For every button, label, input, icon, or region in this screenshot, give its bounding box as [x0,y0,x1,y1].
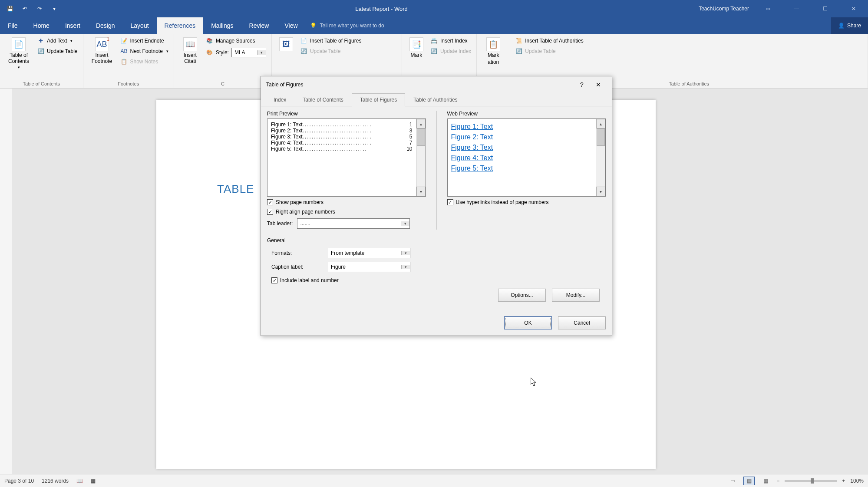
update-toc-button[interactable]: 🔄Update Table [36,47,79,56]
tab-design[interactable]: Design [88,17,123,34]
print-layout-icon[interactable]: ▤ [743,477,755,485]
update-index-button[interactable]: 🔄Update Index [429,47,473,56]
toc-icon: 📄 [12,37,26,51]
dialog-tab-tof[interactable]: Table of Figures [352,93,405,106]
group-citations: 📖 InsertCitati 📚Manage Sources 🎨 Style: … [174,34,272,88]
web-layout-icon[interactable]: ▦ [760,477,771,485]
document-title: Latest Report - Word [64,6,699,12]
options-button[interactable]: Options... [498,289,546,302]
scroll-down-icon[interactable]: ▾ [596,187,605,196]
maximize-icon[interactable]: ☐ [815,2,835,15]
group-label-citations: C [178,80,268,87]
share-button[interactable]: 👤 Share [831,17,868,34]
general-label: General [267,234,606,244]
scroll-up-icon[interactable]: ▴ [416,119,426,128]
tab-insert[interactable]: Insert [57,17,88,34]
dialog-tab-toa[interactable]: Table of Authorities [405,93,465,106]
word-count[interactable]: 1216 words [42,478,69,484]
minimize-icon[interactable]: — [786,2,806,15]
dialog-tabs: Index Table of Contents Table of Figures… [261,93,612,106]
web-preview-scrollbar[interactable]: ▴ ▾ [596,119,605,196]
tab-leader-row: Tab leader: ....... ▾ [267,217,426,230]
ok-button[interactable]: OK [504,316,552,329]
add-text-button[interactable]: ✚Add Text▾ [36,36,79,45]
zoom-slider[interactable] [785,480,837,482]
insert-endnote-button[interactable]: 📝Insert Endnote [119,36,170,45]
show-notes-button[interactable]: 📋Show Notes [119,57,170,66]
page-indicator[interactable]: Page 3 of 10 [4,478,34,484]
scroll-up-icon[interactable]: ▴ [596,119,605,128]
divider [436,111,437,230]
tab-review[interactable]: Review [241,17,277,34]
title-bar: 💾 ↶ ↷ ▾ Latest Report - Word TeachUcomp … [0,0,868,17]
tab-leader-select[interactable]: ....... ▾ [297,218,410,229]
group-footnotes: AB1 Insert Footnote 📝Insert Endnote ABNe… [83,34,174,88]
scroll-down-icon[interactable]: ▾ [416,187,426,196]
print-preview-section: Print Preview Figure 1: Text............… [267,111,426,230]
save-icon[interactable]: 💾 [4,3,16,14]
dialog-tab-toc[interactable]: Table of Contents [294,93,351,106]
share-icon: 👤 [838,23,845,29]
tab-layout[interactable]: Layout [123,17,157,34]
formats-select[interactable]: From template ▾ [328,248,410,258]
tab-view[interactable]: View [277,17,305,34]
tell-me-placeholder: Tell me what you want to do [320,23,384,29]
group-toc: 📄 Table of Contents ▾ ✚Add Text▾ 🔄Update… [0,34,83,88]
mark-citation-button[interactable]: 📋 Mark ation [480,36,506,67]
mark-entry-button[interactable]: 📑 Mark [406,36,427,60]
toa-icon: 📜 [515,37,522,44]
chevron-down-icon: ▾ [401,251,410,255]
include-label-checkbox[interactable]: ✓ Include label and number [267,276,606,284]
qat-customize-icon[interactable]: ▾ [49,3,60,14]
insert-caption-button[interactable]: 🖼 [275,36,297,53]
checkbox-checked-icon: ✓ [267,209,273,215]
print-preview-content: Figure 1: Text..........................… [267,119,416,196]
print-preview-box: Figure 1: Text..........................… [267,118,426,197]
caption-label-select[interactable]: Figure ▾ [328,262,410,272]
tab-home[interactable]: Home [26,17,57,34]
update-toa-button[interactable]: 🔄Update Table [514,47,585,56]
tab-references[interactable]: References [157,17,204,34]
style-selector[interactable]: 🎨 Style: MLA▾ [205,47,268,58]
manage-sources-icon: 📚 [206,37,213,44]
dialog-close-icon[interactable]: ✕ [590,78,607,91]
right-align-checkbox[interactable]: ✓ Right align page numbers [267,208,426,216]
footnote-icon: AB1 [95,37,109,51]
modify-button[interactable]: Modify... [552,289,600,302]
insert-tof-button[interactable]: 📄Insert Table of Figures [299,36,363,45]
zoom-in-icon[interactable]: + [842,478,845,484]
ribbon-display-icon[interactable]: ▭ [758,2,778,15]
mark-citation-icon: 📋 [486,37,500,51]
show-page-numbers-checkbox[interactable]: ✓ Show page numbers [267,198,426,206]
vertical-ruler[interactable] [0,89,12,474]
manage-sources-button[interactable]: 📚Manage Sources [205,36,268,45]
insert-index-button[interactable]: 📇Insert Index [429,36,473,45]
dialog-body: Print Preview Figure 1: Text............… [261,106,612,314]
spell-check-icon[interactable]: 📖 [76,478,83,484]
print-preview-scrollbar[interactable]: ▴ ▾ [416,119,426,196]
next-footnote-button[interactable]: ABNext Footnote▾ [119,47,170,56]
redo-icon[interactable]: ↷ [34,3,45,14]
close-icon[interactable]: ✕ [844,2,864,15]
macro-icon[interactable]: ▦ [91,478,96,484]
tell-me-search[interactable]: 💡 Tell me what you want to do [306,17,389,34]
zoom-out-icon[interactable]: − [776,478,779,484]
tab-mailings[interactable]: Mailings [203,17,241,34]
insert-citation-button[interactable]: 📖 InsertCitati [178,36,203,66]
use-hyperlinks-checkbox[interactable]: ✓ Use hyperlinks instead of page numbers [447,198,606,206]
dialog-help-icon[interactable]: ? [574,78,590,91]
update-tof-button[interactable]: 🔄Update Table [299,47,363,56]
read-mode-icon[interactable]: ▭ [727,477,738,485]
dialog-footer: OK Cancel [261,314,612,336]
dialog-title: Table of Figures [266,82,303,88]
zoom-level[interactable]: 100% [850,478,864,484]
dialog-tab-index[interactable]: Index [265,93,294,106]
chevron-down-icon: ▾ [401,265,410,269]
chevron-down-icon: ▾ [257,50,266,55]
insert-toa-button[interactable]: 📜Insert Table of Authorities [514,36,585,45]
toc-button[interactable]: 📄 Table of Contents ▾ [3,36,34,71]
insert-footnote-button[interactable]: AB1 Insert Footnote [87,36,117,66]
cancel-button[interactable]: Cancel [558,316,606,329]
tab-file[interactable]: File [0,17,26,34]
undo-icon[interactable]: ↶ [19,3,30,14]
